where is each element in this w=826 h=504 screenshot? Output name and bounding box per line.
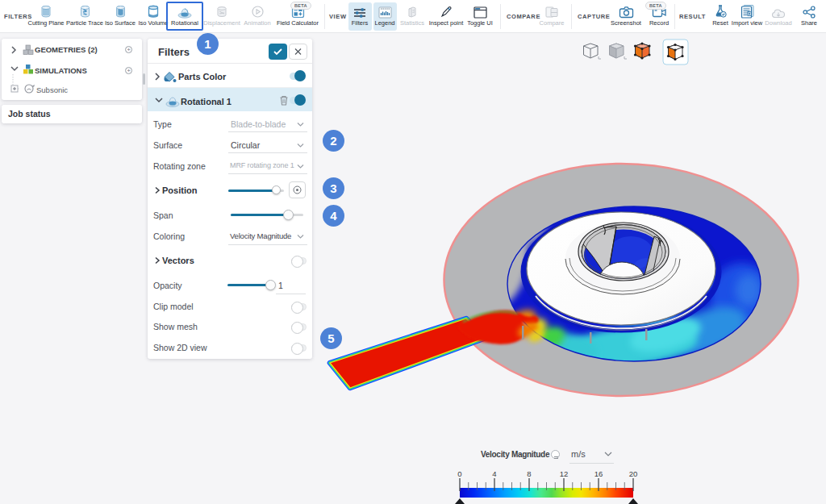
svg-text:8: 8 (527, 469, 531, 478)
svg-text:16: 16 (594, 469, 603, 478)
svg-text:4: 4 (492, 469, 496, 478)
svg-text:0: 0 (457, 469, 461, 478)
svg-text:20: 20 (629, 469, 638, 478)
svg-text:12: 12 (560, 469, 569, 478)
